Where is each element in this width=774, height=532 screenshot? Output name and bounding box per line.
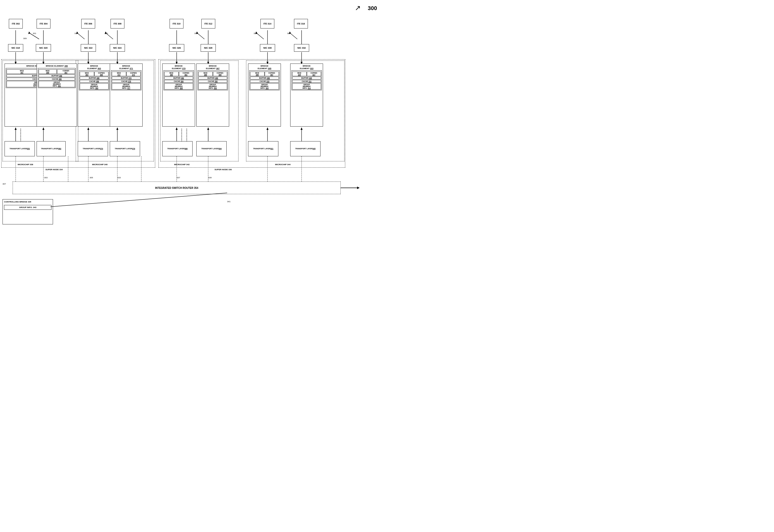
be355-mce: MCE356 [39, 69, 57, 74]
transport-layer-353: TRANSPORT LAYER353 [5, 141, 35, 156]
be323-copies: COPIES327 [307, 72, 321, 76]
be363-cache: CACHE 368 [80, 80, 108, 83]
figure-number: 300 [368, 5, 377, 12]
be363-group: GROUPMEMBERINFO. 369 [80, 83, 108, 90]
ref-333: 333 [117, 176, 121, 179]
svg-line-16 [256, 33, 264, 39]
ref-341: 341 [227, 200, 231, 203]
svg-line-6 [77, 33, 84, 39]
controlling-bridge-335: CONTROLLING BRIDGE 335 GROUP INFO. 343 [3, 199, 53, 224]
nic-318: NIC 318 [8, 44, 23, 52]
ctrl-bridge-label: CONTROLLING BRIDGE 335 [4, 201, 51, 203]
bridge-element-323: BRIDGEELEMENT 323 MCE325 COPIES327 BUFFE… [290, 64, 323, 127]
be323-title: BRIDGEELEMENT 323 [292, 65, 322, 70]
transport-layer-321: TRANSPORT LAYER321 [248, 141, 278, 156]
be387-title: BRIDGEELEMENT 387 [198, 65, 228, 70]
be323-group: GROUPMEMBERINFO. 313 [292, 83, 321, 90]
ref-309: 309 [23, 37, 26, 40]
transport-layer-345: TRANSPORT LAYER345 [290, 141, 321, 156]
be323-buffer: BUFFER 329 [292, 77, 321, 79]
bridge-element-355: BRIDGE ELEMENT 355 MCE356 COPIES357 BUFF… [37, 64, 77, 127]
be395-buffer: BUFFER 398 [250, 77, 279, 79]
nic-322: NIC 322 [81, 44, 96, 52]
ite-302: ITE 302 [9, 19, 23, 28]
be355-group: GROUPMEMBERINFO. 361 [39, 81, 75, 87]
be355-cache: CACHE 360 [39, 78, 75, 80]
ref-303: 303 [44, 176, 47, 179]
transport-layer-362: TRANSPORT LAYER362 [37, 141, 66, 156]
svg-line-67 [50, 193, 227, 207]
be387-buffer: BUFFER 390 [199, 77, 227, 79]
ref-339: 339 [208, 176, 212, 179]
be355-title: BRIDGE ELEMENT 355 [38, 65, 76, 67]
ite-306: ITE 306 [81, 19, 95, 28]
be371-cache: CACHE 376 [112, 80, 140, 83]
be363-copies: COPIES365 [94, 72, 109, 76]
bridge-element-395: BRIDGEELEMENT 395 MCE396 COPIES397 BUFFE… [248, 64, 281, 127]
svg-marker-66 [357, 187, 360, 189]
be395-group: GROUPMEMBERINFO. 320 [250, 83, 279, 90]
nic-328: NIC 328 [201, 44, 216, 52]
ite-314: ITE 314 [261, 19, 274, 28]
transport-layer-378: TRANSPORT LAYER378 [110, 141, 140, 156]
supernode-336-label: SUPER NODE 336 [215, 168, 232, 171]
be363-mce: MCE364 [80, 72, 94, 76]
nic-332: NIC 332 [294, 44, 309, 52]
be387-group: GROUPMEMBERINFO. 393 [199, 83, 227, 90]
be395-copies: COPIES397 [265, 72, 279, 76]
be355-buffer: BUFFER 358 [39, 74, 75, 77]
be371-buffer: BUFFER 374 [112, 77, 140, 79]
svg-line-14 [197, 33, 205, 39]
ref-301: 301 [33, 32, 36, 35]
ite-310: ITE 310 [169, 19, 183, 28]
be379-title: BRIDGEELEMENT 379 [163, 65, 194, 70]
ref-331: 331 [105, 32, 108, 35]
be395-cache: CACHE 319 [250, 80, 279, 83]
be395-title: BRIDGEELEMENT 395 [249, 65, 280, 70]
be379-mce: MCE380 [164, 72, 179, 76]
bridge-element-379: BRIDGEELEMENT 379 MCE380 COPIES381 BUFFE… [162, 64, 195, 127]
svg-line-18 [290, 33, 297, 39]
nic-326: NIC 326 [169, 44, 184, 52]
nic-330: NIC 330 [260, 44, 275, 52]
ref-350: 350 [194, 32, 198, 35]
ctrl-bridge-inner-box: GROUP INFO. 343 [4, 205, 51, 210]
be371-mce: MCE372 [112, 72, 126, 76]
ite-316: ITE 316 [294, 19, 308, 28]
bridge-element-363: BRIDGEELEMENT 363 MCE364 COPIES365 BUFFE… [78, 64, 110, 127]
nic-320: NIC 320 [36, 44, 51, 52]
be387-cache: CACHE 392 [199, 80, 227, 83]
be379-copies: COPIES381 [179, 72, 193, 76]
svg-marker-3 [28, 32, 30, 34]
transport-layer-386: TRANSPORT LAYER386 [162, 141, 192, 156]
transport-layer-394: TRANSPORT LAYER394 [197, 141, 227, 156]
be387-copies: COPIES389 [213, 72, 228, 76]
be379-buffer: BUFFER 382 [164, 77, 193, 79]
ite-304: ITE 304 [37, 19, 50, 28]
bridge-element-371: BRIDGEELEMENT 371 MCE372 COPIES373 BUFFE… [110, 64, 142, 127]
be363-title: BRIDGEELEMENT 363 [79, 65, 109, 70]
ref-317: 317 [74, 32, 78, 35]
figure-arrow: ↗ [355, 4, 361, 12]
be379-cache: CACHE 384 [164, 80, 193, 83]
be346-mce: MCE347 [7, 69, 37, 74]
nic-324: NIC 324 [110, 44, 125, 52]
be355-copies: COPIES357 [57, 69, 75, 74]
ref-307: 307 [3, 183, 6, 185]
supernode-334-label: SUPER NODE 334 [45, 168, 63, 171]
transport-layer-370: TRANSPORT LAYER370 [78, 141, 108, 156]
isr-354: INTEGRATED SWITCH ROUTER 354 [13, 182, 341, 194]
be371-title: BRIDGEELEMENT 371 [111, 65, 141, 70]
ite-308: ITE 308 [110, 19, 124, 28]
be379-group: GROUPMEMBERINFO. 385 [164, 83, 193, 90]
ref-359: 359 [254, 32, 257, 35]
bridge-element-387: BRIDGEELEMENT 387 MCE388 COPIES389 BUFFE… [197, 64, 229, 127]
ite-312: ITE 312 [202, 19, 215, 28]
be323-cache: CACHE 311 [292, 80, 321, 83]
be363-buffer: BUFFER 366 [80, 77, 108, 79]
be371-group: GROUPMEMBERINFO. 377 [112, 83, 140, 90]
be395-mce: MCE396 [250, 72, 265, 76]
ref-305: 305 [90, 176, 93, 179]
be387-mce: MCE388 [199, 72, 213, 76]
be371-copies: COPIES373 [126, 72, 141, 76]
